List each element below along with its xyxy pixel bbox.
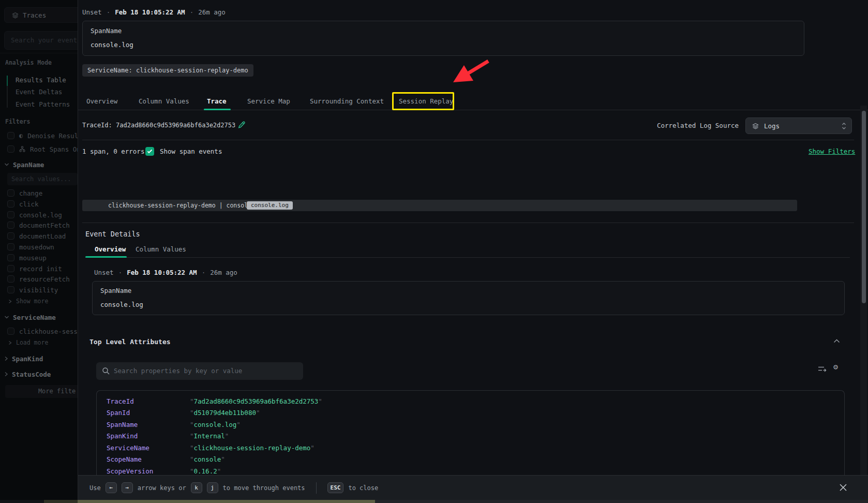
gear-icon[interactable]: ⚙ <box>833 363 838 371</box>
sidebar-search-input[interactable]: Search your event <box>4 31 78 50</box>
value-label: console.log <box>19 211 62 219</box>
event-details-meta-line: Unset · Feb 18 10:05:22 AM · 26m ago <box>94 268 237 277</box>
collapse-chevron-up-icon[interactable] <box>833 339 840 343</box>
event-side-panel: Unset · Feb 18 10:05:22 AM · 26m ago Spa… <box>78 0 868 500</box>
close-icon[interactable] <box>839 483 848 492</box>
value-checkbox[interactable] <box>7 211 14 218</box>
attribute-row: TraceId"7ad2ad8660c9d53969a6bf6a3e2d2753… <box>97 395 844 407</box>
trace-waterfall-span-bar[interactable]: clickhouse-session-replay-demo | console… <box>82 200 797 211</box>
value-checkbox[interactable] <box>7 328 14 335</box>
sidebar: Traces Search your event Analysis Mode R… <box>0 0 78 503</box>
show-filters-link[interactable]: Show Filters <box>809 147 855 155</box>
value-checkbox[interactable] <box>7 232 14 240</box>
tab-trace[interactable]: Trace <box>207 97 227 105</box>
filter-group-statuscode[interactable]: StatusCode <box>4 369 51 379</box>
footer-arrow-keys-text: arrow keys or <box>138 484 186 492</box>
chevron-right-icon <box>8 299 12 304</box>
top-level-attributes-title: Top Level Attributes <box>89 338 171 346</box>
quote-mark: " <box>217 467 221 475</box>
key-right-arrow: → <box>122 482 133 493</box>
attribute-row: SpanId"d51079d4eb11b080" <box>97 407 844 419</box>
value-checkbox[interactable] <box>7 254 14 261</box>
annotation-arrow <box>440 56 497 89</box>
spanname-show-more[interactable]: Show more <box>8 297 48 305</box>
attribute-value: console.log <box>194 421 237 428</box>
tab-column-values[interactable]: Column Values <box>139 97 189 105</box>
key-esc: ESC <box>327 482 344 493</box>
spanname-values-search-input[interactable]: Search values... <box>7 173 78 185</box>
event-details-tab-overview[interactable]: Overview <box>95 245 126 253</box>
edit-pencil-icon[interactable] <box>237 121 246 129</box>
filter-value-row[interactable]: mousedown <box>7 242 54 252</box>
tab-service-map[interactable]: Service Map <box>247 97 290 105</box>
servicename-load-more[interactable]: Load more <box>8 338 48 347</box>
filter-value-row[interactable]: resourceFetch <box>7 274 70 284</box>
relative-time-text: 26m ago <box>210 269 237 276</box>
value-checkbox[interactable] <box>7 286 14 293</box>
value-checkbox[interactable] <box>7 265 14 272</box>
filter-group-servicename-label: ServiceName <box>13 314 56 321</box>
mode-item-event-patterns[interactable]: Event Patterns <box>16 100 70 108</box>
filters-label: Filters <box>5 118 30 125</box>
filter-value-row[interactable]: documentFetch <box>7 220 70 230</box>
value-label: documentLoad <box>19 232 66 240</box>
scrollbar-thumb[interactable] <box>862 111 866 303</box>
sort-lines-icon[interactable] <box>818 365 827 373</box>
log-source-select[interactable]: Logs <box>745 117 852 134</box>
mode-item-event-deltas[interactable]: Event Deltas <box>16 88 62 96</box>
section-divider <box>82 223 854 223</box>
filter-value-row[interactable]: mouseup <box>7 253 47 263</box>
value-checkbox[interactable] <box>7 200 14 208</box>
traces-source-button[interactable]: Traces <box>4 7 78 23</box>
filter-value-row[interactable]: clickhouse-sessi <box>7 326 78 336</box>
filter-value-row[interactable]: click <box>7 199 39 209</box>
root-spans-checkbox[interactable] <box>7 145 14 153</box>
value-label: change <box>19 189 42 197</box>
filter-value-row[interactable]: console.log <box>7 210 62 220</box>
quote-mark: " <box>221 455 225 463</box>
show-span-events-label[interactable]: Show span events <box>160 147 222 155</box>
filter-group-servicename[interactable]: ServiceName <box>4 312 56 322</box>
event-details-tab-column-values[interactable]: Column Values <box>136 245 186 253</box>
layers-icon <box>752 123 759 129</box>
tab-surrounding-context[interactable]: Surrounding Context <box>310 97 384 105</box>
chevron-down-icon <box>4 162 9 167</box>
denoise-results-row[interactable]: ◐ Denoise Resul <box>7 130 78 141</box>
app-window: Traces Search your event Analysis Mode R… <box>0 0 868 503</box>
value-checkbox[interactable] <box>7 275 14 283</box>
value-checkbox[interactable] <box>7 243 14 250</box>
filter-group-spanname[interactable]: SpanName <box>4 159 44 170</box>
denoise-checkbox[interactable] <box>7 132 14 139</box>
quote-mark: " <box>318 397 322 405</box>
footer-close-text: to close <box>348 484 378 492</box>
filter-value-row[interactable]: documentLoad <box>7 231 66 241</box>
service-name-badge[interactable]: ServiceName: clickhouse-session-replay-d… <box>82 64 253 77</box>
filter-value-row[interactable]: change <box>7 188 42 198</box>
quote-mark: " <box>190 421 194 428</box>
filter-value-row[interactable]: record init <box>7 263 62 274</box>
chevron-right-icon <box>4 372 8 377</box>
value-checkbox[interactable] <box>7 189 14 197</box>
show-span-events-checkbox[interactable] <box>145 147 154 156</box>
filter-value-row[interactable]: visibility <box>7 285 58 295</box>
attribute-row: ScopeVersion"0.16.2" <box>97 465 844 475</box>
mode-item-results-table[interactable]: Results Table <box>16 76 66 84</box>
attribute-key: ServiceName <box>107 444 190 452</box>
more-filters-button[interactable]: More filte <box>5 385 78 398</box>
root-spans-row[interactable]: Root Spans On <box>7 144 78 154</box>
timestamp-text: Feb 18 10:05:22 AM <box>127 269 197 276</box>
span-name-card-label: SpanName <box>91 27 122 35</box>
event-details-span-name-card: SpanName console.log <box>92 281 845 315</box>
tab-overview[interactable]: Overview <box>86 97 117 105</box>
attributes-search-placeholder: Search properties by key or value <box>114 362 242 380</box>
attribute-key: TraceId <box>107 397 190 405</box>
select-updown-chevron-icon <box>842 122 846 130</box>
value-checkbox[interactable] <box>7 221 14 229</box>
filter-group-spankind[interactable]: SpanKind <box>4 353 43 364</box>
attribute-key: SpanName <box>107 421 190 428</box>
attributes-search-input[interactable]: Search properties by key or value <box>96 362 303 380</box>
attribute-value: clickhouse-session-replay-demo <box>194 444 311 452</box>
event-meta-line: Unset · Feb 18 10:05:22 AM · 26m ago <box>82 7 226 17</box>
root-spans-label: Root Spans On <box>30 145 78 153</box>
attribute-row: SpanKind"Internal" <box>97 431 844 442</box>
